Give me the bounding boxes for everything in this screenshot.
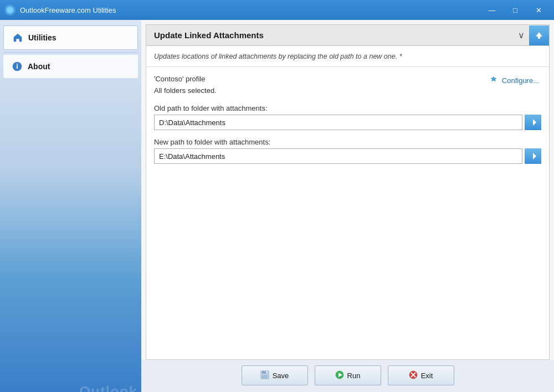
configure-label: Configure... [502, 76, 539, 85]
close-button[interactable]: ✕ [527, 2, 550, 18]
minimize-button[interactable]: — [481, 2, 503, 18]
svg-rect-9 [262, 375, 268, 378]
old-path-field-group: Old path to folder with attachments: [154, 104, 541, 130]
svg-rect-3 [17, 64, 18, 65]
old-path-input[interactable] [154, 115, 522, 130]
main-container: Utilities About Outlook Freeware .com [0, 20, 554, 392]
svg-rect-10 [266, 371, 267, 373]
new-path-input[interactable] [154, 148, 522, 164]
panel-body: 'Contoso' profile All folders selected. … [146, 67, 549, 359]
info-icon [11, 60, 23, 73]
save-button[interactable]: Save [242, 365, 308, 385]
old-path-browse-button[interactable] [525, 115, 541, 130]
upload-button[interactable] [529, 25, 549, 45]
save-label: Save [273, 372, 289, 380]
exit-icon [409, 370, 418, 381]
chevron-down-icon[interactable]: ∨ [514, 30, 529, 40]
sidebar-divider [3, 52, 138, 53]
new-path-row [154, 148, 541, 164]
svg-rect-8 [262, 371, 266, 374]
dropdown-title: Update Linked Attachments [146, 25, 514, 45]
content-area: Update Linked Attachments ∨ Updates loca… [141, 20, 554, 392]
sidebar-item-utilities[interactable]: Utilities [3, 25, 138, 50]
svg-marker-4 [536, 32, 542, 39]
profile-folders: All folders selected. [154, 85, 217, 97]
sidebar-about-label: About [28, 62, 50, 71]
configure-button[interactable]: Configure... [486, 74, 541, 88]
titlebar-controls: — □ ✕ [481, 2, 550, 18]
sidebar-nav: Utilities About [0, 20, 141, 84]
sidebar-utilities-label: Utilities [28, 33, 57, 42]
new-path-field-group: New path to folder with attachments: [154, 138, 541, 164]
description: Updates locations of linked attachments … [146, 46, 549, 67]
profile-row: 'Contoso' profile All folders selected. … [154, 74, 541, 97]
titlebar: OutlookFreeware.com Utilities — □ ✕ [0, 0, 554, 20]
exit-label: Exit [421, 372, 433, 380]
svg-marker-6 [533, 153, 536, 159]
panel: Update Linked Attachments ∨ Updates loca… [146, 24, 550, 360]
svg-rect-2 [17, 65, 18, 69]
sidebar-item-about[interactable]: About [3, 55, 138, 78]
new-path-label: New path to folder with attachments: [154, 138, 541, 146]
svg-marker-5 [533, 119, 536, 126]
save-icon [260, 370, 269, 381]
run-icon [335, 370, 344, 381]
configure-icon [489, 75, 499, 87]
profile-info: 'Contoso' profile All folders selected. [154, 74, 217, 97]
app-icon [4, 4, 16, 16]
dropdown-header: Update Linked Attachments ∨ [146, 25, 549, 46]
profile-name: 'Contoso' profile [154, 74, 217, 85]
svg-point-0 [7, 7, 13, 13]
new-path-browse-button[interactable] [525, 148, 541, 164]
run-button[interactable]: Run [315, 365, 381, 385]
home-icon [12, 32, 24, 44]
old-path-label: Old path to folder with attachments: [154, 104, 541, 112]
run-label: Run [347, 372, 361, 380]
old-path-row [154, 115, 541, 130]
footer: Save Run [141, 360, 554, 392]
exit-button[interactable]: Exit [388, 365, 454, 385]
sidebar: Utilities About Outlook Freeware .com [0, 20, 141, 392]
maximize-button[interactable]: □ [504, 2, 526, 18]
titlebar-title: OutlookFreeware.com Utilities [20, 6, 481, 14]
